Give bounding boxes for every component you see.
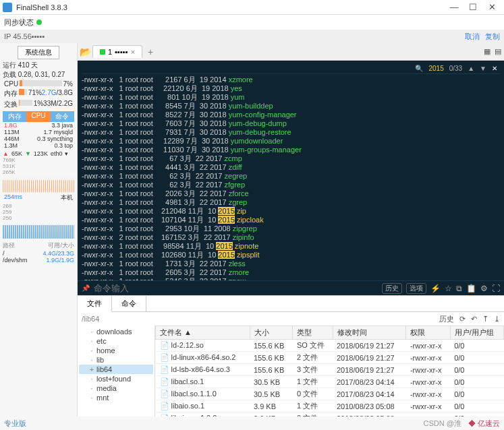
- command-input[interactable]: [94, 283, 378, 293]
- search-term[interactable]: 2015: [428, 64, 443, 73]
- col-perm[interactable]: 权限: [406, 326, 450, 340]
- tab-cmd[interactable]: 命令: [51, 111, 74, 122]
- gear-icon[interactable]: ⚙: [480, 284, 488, 293]
- tab-files[interactable]: 文件: [78, 296, 112, 312]
- download-icon[interactable]: ⤓: [494, 315, 500, 324]
- file-row[interactable]: 📄ld-2.12.so155.6 KBSO 文件2018/06/19 21:27…: [156, 340, 504, 352]
- cancel-link[interactable]: 取消: [465, 32, 480, 42]
- file-table[interactable]: 文件名 ▲ 大小 类型 修改时间 权限 用户/用户组 📄ld-2.12.so15…: [155, 326, 504, 417]
- tree-item[interactable]: · lost+found: [79, 374, 153, 383]
- tab-mem[interactable]: 内存: [3, 111, 26, 122]
- file-row[interactable]: 📄libacl.so.130.5 KB1 文件2017/08/23 04:14-…: [156, 376, 504, 388]
- swap-pct: 1%: [34, 100, 43, 109]
- upload-icon[interactable]: ⤒: [482, 315, 488, 324]
- mem-label: 内存: [4, 89, 18, 98]
- path-bar: /lib64 历史 ⟳ ↶ ⤒ ⤓: [78, 312, 504, 326]
- list-icon[interactable]: ▤: [495, 47, 501, 56]
- paste-icon[interactable]: 📋: [466, 284, 476, 293]
- process-row: 113M1.7 mysqld: [3, 129, 74, 135]
- folder-tree[interactable]: · downloads· etc· home· lib+ lib64· lost…: [78, 326, 155, 417]
- process-row: 446M0.3 syncthing: [3, 135, 74, 142]
- chevron-down-icon[interactable]: ▾: [65, 150, 68, 157]
- folder-open-icon[interactable]: 📂: [78, 47, 92, 57]
- latency-sparkline: [3, 221, 74, 239]
- tab-close-icon[interactable]: ×: [131, 48, 135, 56]
- terminal-line: -rwxr-xr-x 1 root root 67 3月 22 2017 zcm…: [82, 154, 500, 163]
- close-button[interactable]: ✕: [482, 2, 501, 12]
- file-icon: 📄: [160, 365, 169, 373]
- file-row[interactable]: 📄ld-lsb-x86-64.so.3155.6 KB3 文件2018/06/1…: [156, 364, 504, 376]
- ip-label: IP 45.56: [4, 32, 32, 40]
- search-close-icon[interactable]: ✕: [492, 64, 497, 73]
- history-button[interactable]: 历史: [382, 283, 402, 294]
- copy-link[interactable]: 复制: [485, 32, 500, 42]
- tab-commands[interactable]: 命令: [112, 296, 146, 311]
- terminal-line: -rwxr-xr-x 1 root root 2026 3月 22 2017 z…: [82, 189, 500, 198]
- net-down: 123K: [34, 150, 48, 157]
- titlebar: FinalShell 3.8.3 — ☐ ✕: [0, 0, 504, 15]
- grid-icon[interactable]: ▦: [484, 47, 491, 56]
- terminal-line: -rwxr-xr-x 2 root root 167152 3月 22 2017…: [82, 233, 500, 242]
- terminal-line: -rwxr-xr-x 1 root root 2605 3月 22 2017 z…: [82, 268, 500, 277]
- swap-total: 2.2G: [58, 100, 73, 109]
- back-icon[interactable]: ↶: [471, 315, 477, 324]
- refresh-icon[interactable]: ⟳: [459, 315, 466, 324]
- options-button[interactable]: 选项: [406, 283, 426, 294]
- tree-item[interactable]: · media: [79, 383, 153, 393]
- tree-item[interactable]: · downloads: [79, 327, 153, 336]
- swap-used: 33M: [43, 100, 56, 109]
- terminal-line: -rwxr-xr-x 1 root root 1731 3月 22 2017 z…: [82, 259, 500, 268]
- terminal-line: -rwxr-xr-x 1 root root 4981 3月 22 2017 z…: [82, 198, 500, 207]
- col-mtime[interactable]: 修改时间: [333, 326, 406, 340]
- search-prev-icon[interactable]: ▲: [468, 64, 474, 73]
- terminal-line: -rwxr-xr-x 1 root root 22120 6月 19 2018 …: [82, 84, 500, 93]
- star-icon[interactable]: ☆: [445, 284, 452, 293]
- expand-icon[interactable]: ⛶: [492, 284, 500, 293]
- terminal[interactable]: 🔍 2015 0/33 ▲ ▼ ✕ -rwxr-xr-x 1 root root…: [78, 61, 504, 280]
- terminal-line: -rwxr-xr-x 1 root root 11030 7月 30 2018 …: [82, 146, 500, 154]
- mem-pct: 71%: [28, 89, 42, 98]
- content-area: 📂 1 ▪▪▪▪▪ × + ▦ ▤ 🔍 2015 0/33 ▲ ▼ ✕: [78, 43, 504, 417]
- sidebar: 系统信息 运行 410 天 负载 0.28, 0.31, 0.27 CPU7% …: [0, 43, 78, 417]
- tree-item[interactable]: · lib: [79, 355, 153, 365]
- disk-row: /4.4G/23.3G: [3, 250, 74, 257]
- col-owner[interactable]: 用户/用户组: [450, 326, 503, 340]
- file-row[interactable]: 📄libaio.so.13.9 KB1 文件2010/08/23 05:08-r…: [156, 400, 504, 412]
- connected-icon: [100, 49, 105, 55]
- col-name[interactable]: 文件名 ▲: [156, 326, 250, 340]
- copy-icon[interactable]: ⧉: [456, 284, 462, 293]
- mem-total: 3.8G: [58, 89, 73, 98]
- search-icon[interactable]: 🔍: [415, 64, 423, 73]
- net-indicator: ▲65K ▼123K eth0▾: [3, 150, 74, 157]
- terminal-line: -rwxr-xr-x 1 root root 62 3月 22 2017 zfg…: [82, 181, 500, 189]
- history-dropdown[interactable]: 历史: [439, 314, 454, 324]
- search-next-icon[interactable]: ▼: [480, 64, 486, 73]
- add-tab-button[interactable]: +: [148, 47, 153, 57]
- terminal-line: -rwxr-xr-x 1 root root 7931 7月 30 2018 y…: [82, 128, 500, 137]
- bolt-icon[interactable]: ⚡: [430, 284, 441, 293]
- tab-cpu[interactable]: CPU: [26, 111, 50, 122]
- sync-label: 同步状态: [4, 18, 34, 28]
- terminal-line: -rwxr-xr-x 1 root root 12289 7月 30 2018 …: [82, 137, 500, 146]
- disk-row: /dev/shm1.9G/1.9G: [3, 257, 74, 264]
- tree-item[interactable]: · home: [79, 346, 153, 355]
- file-row[interactable]: 📄ld-linux-x86-64.so.2155.6 KB2 文件2018/06…: [156, 352, 504, 364]
- col-type[interactable]: 类型: [293, 326, 333, 340]
- tree-item[interactable]: + lib64: [79, 365, 153, 374]
- minimize-button[interactable]: —: [445, 2, 464, 12]
- mem-used: 2.7G: [42, 89, 57, 98]
- current-path[interactable]: /lib64: [82, 315, 99, 323]
- pin-icon[interactable]: 📌: [82, 284, 90, 292]
- ip-mask: ▪▪▪▪▪: [32, 32, 45, 40]
- file-row[interactable]: 📄libacl.so.1.1.030.5 KB0 文件2017/08/23 04…: [156, 388, 504, 400]
- session-tab[interactable]: 1 ▪▪▪▪▪ ×: [92, 45, 142, 58]
- tree-item[interactable]: · mnt: [79, 393, 153, 402]
- col-size[interactable]: 大小: [250, 326, 293, 340]
- maximize-button[interactable]: ☐: [464, 2, 482, 12]
- file-icon: 📄: [160, 341, 169, 349]
- tree-item[interactable]: · etc: [79, 336, 153, 346]
- ip-bar: IP 45.56 ▪▪▪▪▪ 取消 复制: [0, 30, 504, 43]
- system-info-button[interactable]: 系统信息: [18, 46, 59, 59]
- terminal-line: -rwxr-xr-x 1 root root 801 10月 19 2018 y…: [82, 93, 500, 102]
- tab-index: 1: [108, 48, 112, 56]
